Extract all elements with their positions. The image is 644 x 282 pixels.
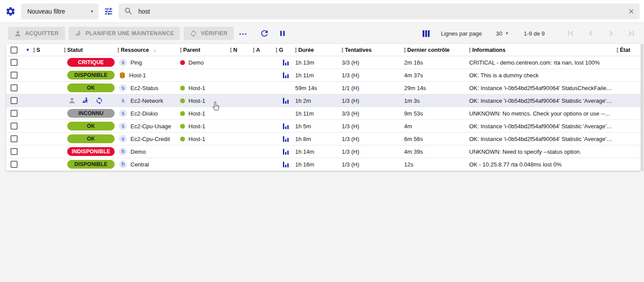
next-page-button[interactable]	[605, 28, 617, 39]
drag-handle-icon[interactable]	[64, 47, 65, 53]
row-checkbox[interactable]	[11, 110, 18, 117]
resource-name[interactable]: Demo	[130, 148, 146, 155]
resource-name[interactable]: Ec2-Diskio	[130, 110, 158, 117]
parent-name[interactable]: Host-1	[188, 110, 205, 117]
search-input[interactable]	[138, 8, 622, 15]
rows-per-page-select[interactable]: 30 ▼	[496, 30, 509, 37]
clear-search-icon[interactable]	[627, 7, 635, 15]
header-last-check[interactable]: Dernier contrôle	[404, 47, 469, 53]
edit-columns-icon[interactable]	[423, 30, 430, 37]
table-row[interactable]: CRITIQUE s Ping Demo 1h 13m 3/3 (H) 2m 1…	[6, 56, 640, 69]
table-row[interactable]: s Ec2-Network Host-1 1h 2m 1/3 (H) 1m 3s…	[6, 94, 640, 107]
first-page-button[interactable]	[565, 28, 576, 39]
cell-tries: 1/3 (H)	[342, 148, 404, 155]
drag-handle-icon[interactable]	[404, 47, 405, 53]
header-resource[interactable]: Ressource↓	[118, 47, 180, 53]
expand-all-caret-icon[interactable]: ▼	[25, 47, 30, 52]
graph-icon[interactable]	[283, 98, 289, 104]
row-checkbox[interactable]	[11, 84, 18, 91]
drag-handle-icon[interactable]	[342, 47, 343, 53]
header-duration[interactable]: Durée	[295, 47, 342, 53]
graph-icon[interactable]	[283, 123, 289, 129]
more-actions-icon[interactable]: ...	[239, 27, 247, 37]
table-row[interactable]: DISPONIBLE h Central 1h 16m 1/3 (H) 12s …	[6, 158, 640, 171]
drag-handle-icon[interactable]	[617, 47, 618, 53]
resource-name[interactable]: Host-1	[129, 72, 146, 79]
table-row[interactable]: INCONNU s Ec2-Diskio Host-1 1h 11m 3/3 (…	[6, 107, 640, 120]
filter-select[interactable]: Nouveau filtre ▼	[21, 4, 98, 19]
row-checkbox[interactable]	[11, 59, 18, 66]
cell-last-check: 6m 56s	[404, 136, 469, 142]
status-chip[interactable]: OK	[67, 122, 115, 130]
header-severity[interactable]: S	[33, 47, 64, 53]
status-chip[interactable]: OK	[67, 134, 115, 143]
graph-icon[interactable]	[283, 60, 289, 65]
drag-handle-icon[interactable]	[230, 47, 232, 53]
graph-icon[interactable]	[283, 149, 289, 155]
resource-name[interactable]: Ec2-Cpu-Credit	[130, 136, 170, 142]
drag-handle-icon[interactable]	[118, 47, 119, 53]
header-state[interactable]: État	[617, 47, 640, 53]
header-notes[interactable]: N	[230, 47, 253, 53]
table-row[interactable]: DISPONIBLE Host-1 1h 11m 1/3 (H) 4m 37s …	[6, 69, 640, 82]
header-information[interactable]: Informations	[469, 47, 617, 53]
table-row[interactable]: INDISPONIBLE h Demo 1h 14m 1/3 (H) 4m 39…	[6, 145, 640, 158]
drag-handle-icon[interactable]	[469, 47, 470, 53]
parent-name[interactable]: Demo	[188, 59, 204, 66]
settings-gear-icon[interactable]	[5, 6, 16, 17]
set-downtime-button[interactable]: PLANIFIER UNE MAINTENANCE	[69, 27, 181, 40]
resource-name[interactable]: Ec2-Network	[130, 98, 163, 104]
cell-duration: 1h 13m	[295, 59, 342, 66]
resource-name[interactable]: Central	[130, 161, 149, 168]
parent-name[interactable]: Host-1	[188, 85, 205, 91]
header-status[interactable]: Statut	[64, 47, 118, 53]
header-action[interactable]: A	[253, 47, 276, 53]
drag-handle-icon[interactable]	[295, 47, 297, 53]
resource-name[interactable]: Ec2-Cpu-Usage	[130, 123, 171, 130]
row-checkbox[interactable]	[11, 135, 18, 142]
resource-name[interactable]: Ping	[130, 59, 142, 66]
cell-information: UNKNOWN: No metrics. Check your options …	[469, 110, 617, 117]
graph-icon[interactable]	[283, 72, 289, 78]
search-box[interactable]	[119, 4, 640, 19]
status-chip[interactable]: INCONNU	[67, 109, 115, 118]
pause-icon[interactable]	[278, 29, 287, 38]
parent-name[interactable]: Host-1	[188, 98, 205, 104]
row-checkbox[interactable]	[11, 72, 18, 79]
table-row[interactable]: OK s Ec2-Cpu-Usage Host-1 1h 5m 1/3 (H) …	[6, 120, 640, 133]
status-chip[interactable]: DISPONIBLE	[67, 71, 115, 80]
status-chip[interactable]: OK	[67, 83, 115, 92]
check-button[interactable]: VÉRIFIER	[184, 27, 234, 40]
drag-handle-icon[interactable]	[253, 47, 254, 53]
filter-bar: Nouveau filtre ▼	[0, 0, 644, 23]
row-checkbox[interactable]	[11, 161, 18, 168]
parent-name[interactable]: Host-1	[188, 123, 205, 130]
header-graph[interactable]: G	[276, 47, 295, 53]
table-row[interactable]: OK s Ec2-Cpu-Credit Host-1 1h 8m 1/3 (H)…	[6, 133, 640, 145]
drag-handle-icon[interactable]	[33, 47, 35, 53]
previous-page-button[interactable]	[585, 28, 597, 39]
header-tries[interactable]: Tentatives	[342, 47, 404, 53]
row-checkbox[interactable]	[11, 148, 18, 155]
select-all-checkbox[interactable]	[11, 47, 18, 54]
scrollbar-thumb[interactable]	[640, 44, 644, 171]
resource-name[interactable]: Ec2-Status	[130, 85, 159, 91]
drag-handle-icon[interactable]	[276, 47, 277, 53]
last-page-button[interactable]	[626, 28, 637, 39]
graph-icon[interactable]	[283, 136, 289, 142]
table-row[interactable]: OK s Ec2-Status Host-1 59m 14s 1/1 (H) 2…	[6, 82, 640, 94]
filter-tune-icon[interactable]	[104, 7, 113, 16]
cell-graph	[276, 136, 295, 142]
row-checkbox[interactable]	[11, 97, 18, 104]
status-chip[interactable]: INDISPONIBLE	[67, 147, 115, 156]
header-parent[interactable]: Parent	[180, 47, 230, 53]
row-checkbox[interactable]	[11, 123, 18, 130]
parent-name[interactable]: Host-1	[188, 136, 205, 142]
acknowledge-button[interactable]: ACQUITTER	[8, 27, 65, 40]
drag-handle-icon[interactable]	[180, 47, 181, 53]
vertical-scrollbar[interactable]	[640, 44, 644, 171]
status-chip[interactable]: CRITIQUE	[67, 58, 115, 67]
status-chip[interactable]: DISPONIBLE	[67, 160, 115, 169]
graph-icon[interactable]	[283, 162, 289, 167]
refresh-icon[interactable]	[260, 29, 269, 38]
